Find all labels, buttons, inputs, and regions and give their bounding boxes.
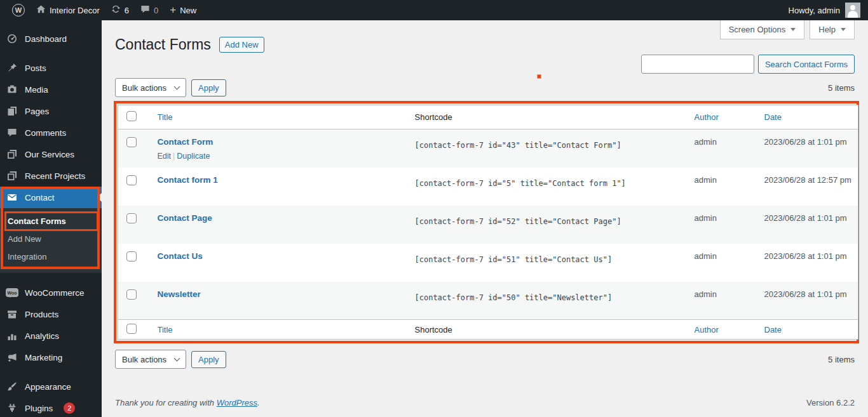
select-all-checkbox[interactable]: [126, 324, 137, 334]
updates-link[interactable]: 6: [105, 0, 135, 20]
howdy-account-link[interactable]: Howdy, admin: [789, 6, 840, 15]
sidebar-item-contact[interactable]: Contact: [0, 187, 102, 208]
sort-by-date[interactable]: Date: [764, 325, 782, 334]
new-label: New: [180, 6, 196, 15]
search-input[interactable]: [641, 55, 754, 74]
dashboard-gauge-icon: [6, 34, 18, 44]
date-cell: 2023/06/28 at 1:01 pm: [764, 282, 858, 320]
sidebar-item-our-services[interactable]: Our Services: [0, 143, 102, 165]
submenu-item-add-new[interactable]: Add New: [0, 230, 102, 248]
bulk-actions-value: Bulk actions: [122, 83, 166, 93]
screen-options-button[interactable]: Screen Options: [720, 20, 805, 39]
archive-box-icon: [6, 309, 18, 319]
duplicate-link[interactable]: Duplicate: [177, 152, 210, 161]
form-title-link[interactable]: Contact Us: [158, 251, 203, 261]
bar-chart-icon: [6, 331, 18, 341]
add-new-button[interactable]: Add New: [219, 37, 264, 53]
wordpress-logo-icon[interactable]: W: [6, 0, 31, 20]
comments-link[interactable]: 0: [135, 0, 164, 20]
wordpress-link[interactable]: WordPress: [217, 398, 257, 407]
pushpin-icon: [6, 63, 18, 73]
sidebar-item-posts[interactable]: Posts: [0, 57, 102, 79]
sidebar-item-recent-projects[interactable]: Recent Projects: [0, 165, 102, 187]
plugins-update-badge: 2: [64, 402, 75, 414]
sort-by-date[interactable]: Date: [764, 112, 782, 122]
search-contact-forms-button[interactable]: Search Contact Forms: [758, 55, 855, 74]
main-content: Screen Options Help Contact Forms Add Ne…: [102, 20, 868, 417]
pages-icon: [6, 106, 18, 116]
select-all-checkbox[interactable]: [126, 111, 137, 121]
sidebar-item-label: Posts: [25, 63, 46, 73]
sidebar-item-marketing[interactable]: Marketing: [0, 347, 102, 368]
apply-button[interactable]: Apply: [191, 351, 226, 368]
new-content-link[interactable]: + New: [164, 0, 202, 20]
sidebar-item-label: Marketing: [25, 353, 62, 362]
chevron-down-icon: [174, 355, 180, 362]
table-row: Contact form 1 [contact-form-7 id="5" ti…: [118, 168, 858, 206]
shortcode-value[interactable]: [contact-form-7 id="50" title="Newslette…: [415, 293, 613, 302]
updates-count: 6: [125, 6, 129, 15]
apply-button[interactable]: Apply: [191, 79, 226, 96]
bulk-actions-select[interactable]: Bulk actions: [115, 350, 186, 369]
sidebar-item-analytics[interactable]: Analytics: [0, 325, 102, 347]
plug-icon: [6, 403, 18, 413]
active-menu-arrow-icon: [97, 193, 102, 202]
author-cell: admin: [695, 282, 764, 320]
form-title-link[interactable]: Newsletter: [158, 289, 201, 299]
footer-thanks: Thank you for creating with WordPress.: [115, 398, 260, 407]
submenu-item-integration[interactable]: Integration: [0, 248, 102, 265]
thanks-text: Thank you for creating with: [115, 398, 217, 407]
shortcode-value[interactable]: [contact-form-7 id="43" title="Contact F…: [415, 141, 621, 150]
contact-submenu: Contact Forms Add New Integration: [0, 208, 102, 273]
tablenav-bottom: Bulk actions Apply 5 items: [115, 350, 855, 369]
edit-link[interactable]: Edit: [158, 152, 172, 161]
column-shortcode: Shortcode: [415, 325, 452, 334]
sidebar-item-dashboard[interactable]: Dashboard: [0, 28, 102, 50]
date-cell: 2023/06/28 at 12:57 pm: [764, 168, 858, 206]
admin-bar: W Interior Decor 6 0 + New Howdy, admin: [0, 0, 868, 20]
row-checkbox[interactable]: [126, 137, 137, 147]
sidebar-item-label: Pages: [25, 107, 49, 116]
sidebar-item-plugins[interactable]: Plugins 2: [0, 397, 102, 417]
tablenav-top: Bulk actions Apply 5 items: [115, 78, 855, 97]
plus-icon: +: [170, 4, 176, 15]
woocommerce-icon: Woo: [6, 288, 18, 297]
sidebar-item-appearance[interactable]: Appearance: [0, 376, 102, 397]
speech-bubble-icon: [6, 128, 18, 138]
sidebar-item-label: Comments: [25, 128, 66, 138]
sort-by-author[interactable]: Author: [695, 325, 719, 334]
camera-icon: [6, 84, 18, 95]
site-name: Interior Decor: [50, 6, 100, 15]
author-cell: admin: [695, 129, 764, 168]
bulk-actions-value: Bulk actions: [122, 355, 166, 364]
sidebar-item-woocommerce[interactable]: Woo WooCommerce: [0, 282, 102, 303]
row-checkbox[interactable]: [126, 213, 137, 223]
row-checkbox[interactable]: [126, 251, 137, 261]
sort-by-author[interactable]: Author: [695, 112, 719, 122]
annotation-box-forms-table: Title Shortcode Author Date Contact Form…: [114, 101, 859, 343]
sidebar-item-comments[interactable]: Comments: [0, 122, 102, 143]
row-checkbox[interactable]: [126, 289, 137, 300]
bulk-actions-select[interactable]: Bulk actions: [115, 78, 186, 97]
form-title-link[interactable]: Contact Form: [158, 137, 214, 147]
shortcode-value[interactable]: [contact-form-7 id="52" title="Contact P…: [415, 217, 621, 226]
avatar[interactable]: [845, 3, 860, 18]
form-title-link[interactable]: Contact Page: [158, 213, 212, 223]
contact-forms-table: Title Shortcode Author Date Contact Form…: [118, 105, 858, 340]
shortcode-value[interactable]: [contact-form-7 id="51" title="Contact U…: [415, 255, 613, 264]
help-button[interactable]: Help: [810, 20, 855, 39]
shortcode-value[interactable]: [contact-form-7 id="5" title="Contact fo…: [415, 179, 626, 188]
site-name-link[interactable]: Interior Decor: [31, 0, 105, 20]
sidebar-item-pages[interactable]: Pages: [0, 100, 102, 122]
sidebar-item-products[interactable]: Products: [0, 303, 102, 325]
row-checkbox[interactable]: [126, 175, 137, 185]
form-title-link[interactable]: Contact form 1: [158, 175, 218, 185]
sort-by-title[interactable]: Title: [158, 112, 173, 122]
sort-by-title[interactable]: Title: [158, 325, 173, 334]
comments-bubble-icon: [140, 4, 150, 16]
submenu-item-contact-forms[interactable]: Contact Forms: [0, 212, 102, 230]
sidebar-item-media[interactable]: Media: [0, 79, 102, 100]
photo-stack-icon: [6, 149, 18, 159]
sidebar-item-label: Products: [25, 310, 58, 319]
author-cell: admin: [695, 168, 764, 206]
